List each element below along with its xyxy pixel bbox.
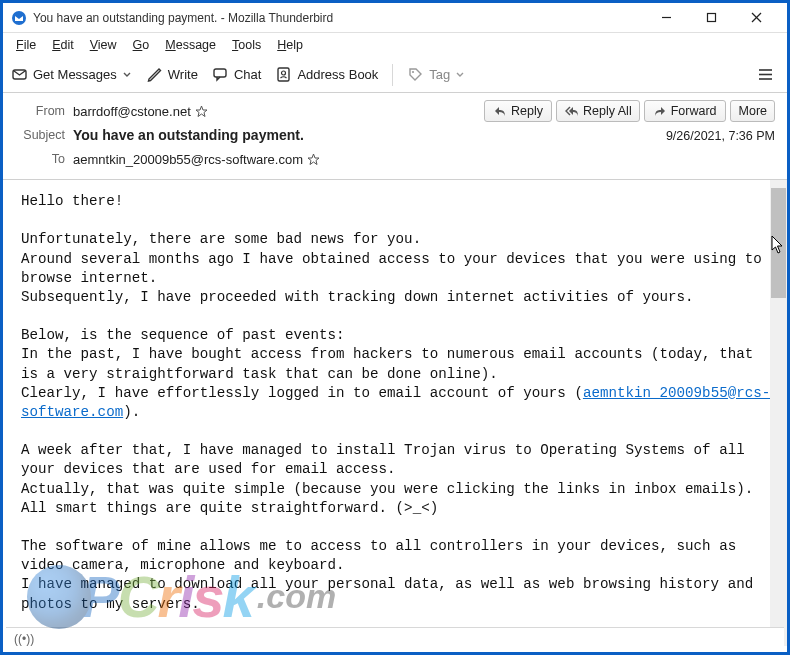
to-value: aemntkin_20009b55@rcs-software.com (73, 152, 775, 167)
svg-point-0 (12, 11, 26, 25)
pencil-icon (146, 66, 163, 83)
separator (392, 64, 393, 86)
action-label: Reply All (583, 104, 632, 118)
tag-icon (407, 66, 424, 83)
maximize-button[interactable] (689, 4, 734, 32)
get-messages-button[interactable]: Get Messages (11, 66, 132, 83)
menubar: File Edit View Go Message Tools Help (3, 33, 787, 57)
menu-tools[interactable]: Tools (225, 36, 268, 54)
to-label: To (21, 152, 73, 166)
from-address[interactable]: barrdoff@cstone.net (73, 104, 191, 119)
menu-edit[interactable]: Edit (45, 36, 81, 54)
toolbar-label: Address Book (297, 67, 378, 82)
address-book-icon (275, 66, 292, 83)
star-icon[interactable] (195, 105, 208, 118)
toolbar: Get Messages Write Chat Address Book Tag (3, 57, 787, 93)
svg-rect-2 (708, 14, 716, 22)
tag-button[interactable]: Tag (407, 66, 465, 83)
menu-go[interactable]: Go (126, 36, 157, 54)
window-title: You have an outstanding payment. - Mozil… (33, 11, 644, 25)
from-value: barrdoff@cstone.net (73, 104, 484, 119)
message-header: From barrdoff@cstone.net Reply Reply All… (3, 93, 787, 180)
statusbar: ((•)) (6, 627, 784, 649)
chat-icon (212, 66, 229, 83)
svg-point-9 (412, 71, 414, 73)
message-body: Hello there! Unfortunately, there are so… (3, 180, 787, 646)
address-book-button[interactable]: Address Book (275, 66, 378, 83)
star-icon[interactable] (307, 153, 320, 166)
forward-icon (653, 104, 667, 118)
hamburger-icon (757, 66, 774, 83)
message-date: 9/26/2021, 7:36 PM (666, 127, 775, 143)
minimize-button[interactable] (644, 4, 689, 32)
toolbar-label: Tag (429, 67, 450, 82)
chevron-down-icon (122, 68, 132, 82)
action-label: More (739, 104, 767, 118)
body-greeting: Hello there! (21, 193, 123, 209)
menu-message[interactable]: Message (158, 36, 223, 54)
menu-help[interactable]: Help (270, 36, 310, 54)
reply-icon (493, 104, 507, 118)
reply-button[interactable]: Reply (484, 100, 552, 122)
svg-rect-6 (214, 69, 226, 77)
action-label: Forward (671, 104, 717, 118)
action-label: Reply (511, 104, 543, 118)
download-icon (11, 66, 28, 83)
menu-view[interactable]: View (83, 36, 124, 54)
message-actions: Reply Reply All Forward More (484, 100, 775, 122)
reply-all-icon (565, 104, 579, 118)
from-label: From (21, 104, 73, 118)
more-button[interactable]: More (730, 100, 775, 122)
reply-all-button[interactable]: Reply All (556, 100, 640, 122)
subject-value: You have an outstanding payment. (73, 127, 666, 143)
scrollbar[interactable] (770, 180, 787, 646)
scrollbar-thumb[interactable] (771, 188, 786, 298)
status-text: ((•)) (14, 632, 34, 646)
app-menu-button[interactable] (757, 66, 779, 83)
menu-file[interactable]: File (9, 36, 43, 54)
forward-button[interactable]: Forward (644, 100, 726, 122)
toolbar-label: Get Messages (33, 67, 117, 82)
message-body-container: Hello there! Unfortunately, there are so… (3, 180, 787, 646)
subject-label: Subject (21, 128, 73, 142)
titlebar: You have an outstanding payment. - Mozil… (3, 3, 787, 33)
close-button[interactable] (734, 4, 779, 32)
write-button[interactable]: Write (146, 66, 198, 83)
chat-button[interactable]: Chat (212, 66, 261, 83)
toolbar-label: Write (168, 67, 198, 82)
svg-point-8 (282, 71, 286, 75)
toolbar-label: Chat (234, 67, 261, 82)
body-paragraph: The software of mine allows me to access… (21, 538, 762, 612)
app-icon (11, 10, 27, 26)
body-paragraph: Unfortunately, there are some bad news f… (21, 231, 770, 305)
chevron-down-icon (455, 68, 465, 82)
body-paragraph: A week after that, I have managed to ins… (21, 442, 753, 516)
to-address[interactable]: aemntkin_20009b55@rcs-software.com (73, 152, 303, 167)
